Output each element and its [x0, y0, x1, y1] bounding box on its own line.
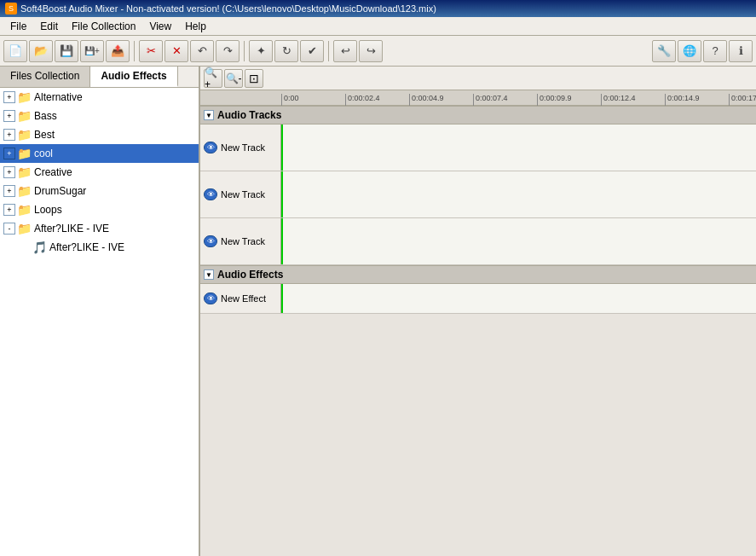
menu-file[interactable]: File: [3, 19, 33, 34]
tree-label: Bass: [34, 110, 57, 122]
tab-files-collection[interactable]: Files Collection: [0, 67, 90, 87]
zoom-out-button[interactable]: 🔍-: [224, 69, 243, 88]
ruler-mark-2: 0:00:04.9: [409, 94, 444, 106]
sep1: [134, 41, 135, 61]
empty-space: [200, 314, 756, 484]
collapse-audio-tracks[interactable]: ▼: [204, 110, 214, 120]
playhead-line-effect-1: [281, 284, 283, 313]
app-icon: S: [5, 3, 17, 14]
track-name-3: New Track: [221, 236, 265, 246]
tree-label: cool: [34, 148, 53, 159]
track-row-3: 👁 New Track: [200, 218, 756, 265]
track-timeline-3[interactable]: [281, 218, 756, 264]
folder-icon: 📁: [17, 147, 32, 160]
track-eye-icon-2[interactable]: 👁: [204, 188, 217, 200]
effect-timeline-1[interactable]: [281, 284, 756, 313]
zoom-in-button[interactable]: 🔍+: [204, 69, 222, 88]
track-label-3: 👁 New Track: [200, 218, 281, 264]
tree-label: Alternative: [34, 91, 83, 103]
ruler-mark-6: 0:00:14.9: [665, 94, 700, 106]
track-label-1: 👁 New Track: [200, 125, 281, 171]
effect3-button[interactable]: ✔: [300, 40, 324, 62]
effect-label-1: 👁 New Effect: [200, 284, 281, 313]
track-eye-icon-3[interactable]: 👁: [204, 235, 217, 247]
effect2-button[interactable]: ↻: [274, 40, 298, 62]
track-timeline-1[interactable]: [281, 125, 756, 171]
expand-cool[interactable]: +: [3, 148, 15, 159]
settings-button[interactable]: 🔧: [652, 40, 676, 62]
ruler-marks: 0:00 0:00:02.4 0:00:04.9 0:00:07.4 0:00:…: [281, 90, 756, 106]
collapse-audio-effects[interactable]: ▼: [204, 269, 214, 280]
playhead-line-1: [281, 125, 283, 171]
ruler-mark-4: 0:00:09.9: [537, 94, 572, 106]
export-button[interactable]: 📤: [106, 40, 130, 62]
track-timeline-2[interactable]: [281, 171, 756, 217]
menu-edit[interactable]: Edit: [33, 19, 65, 34]
effect1-button[interactable]: ✦: [249, 40, 273, 62]
expand-alternative[interactable]: +: [3, 91, 15, 103]
new-button[interactable]: 📄: [3, 40, 27, 62]
tree-label: DrumSugar: [34, 185, 86, 197]
title-bar: S Soft4Boost Audio Mixer - Non-activated…: [0, 0, 756, 17]
audio-effects-title: Audio Effects: [217, 269, 283, 281]
menu-help[interactable]: Help: [178, 19, 213, 34]
delete-button[interactable]: ✕: [164, 40, 188, 62]
tree-item-loops[interactable]: + 📁 Loops: [0, 200, 199, 219]
open-button[interactable]: 📂: [29, 40, 53, 62]
folder-icon: 📁: [17, 203, 32, 217]
zoom-fit-button[interactable]: ⊡: [245, 69, 263, 88]
menu-file-collection[interactable]: File Collection: [65, 19, 142, 34]
timeline-area[interactable]: 0:00 0:00:02.4 0:00:04.9 0:00:07.4 0:00:…: [200, 90, 756, 556]
ruler-mark-3: 0:00:07.4: [473, 94, 508, 106]
ruler-mark-7: 0:00:17.4: [729, 94, 756, 106]
track-name-1: New Track: [221, 142, 265, 153]
undo-wave-button[interactable]: ↶: [190, 40, 214, 62]
tree-label: Best: [34, 129, 55, 141]
tree-label: Loops: [34, 204, 62, 216]
tree-item-bass[interactable]: + 📁 Bass: [0, 107, 199, 125]
track-name-2: New Track: [221, 189, 265, 200]
menu-bar: File Edit File Collection View Help: [0, 17, 756, 36]
folder-icon: 📁: [17, 184, 32, 198]
cut-tool-button[interactable]: ✂: [139, 40, 163, 62]
tree-label: After?LIKE - IVE: [49, 241, 124, 253]
effect-eye-icon-1[interactable]: 👁: [204, 292, 217, 304]
tree-item-drumsugar[interactable]: + 📁 DrumSugar: [0, 182, 199, 200]
folder-icon: 📁: [17, 90, 32, 104]
track-row-2: 👁 New Track: [200, 171, 756, 218]
tree-label: Creative: [34, 166, 72, 178]
playhead-line-3: [281, 218, 283, 264]
tree-item-alternative[interactable]: + 📁 Alternative: [0, 88, 199, 107]
main-area: Files Collection Audio Effects + 📁 Alter…: [0, 67, 756, 556]
redo-wave-button[interactable]: ↷: [216, 40, 239, 62]
help-button[interactable]: ?: [703, 40, 727, 62]
expand-drumsugar[interactable]: +: [3, 185, 15, 197]
expand-creative[interactable]: +: [3, 166, 15, 178]
tree-item-afterlike-child[interactable]: 🎵 After?LIKE - IVE: [0, 238, 199, 257]
info-button[interactable]: ℹ: [729, 40, 753, 62]
expand-afterlike[interactable]: -: [3, 223, 15, 235]
panel-tabs: Files Collection Audio Effects: [0, 67, 199, 88]
effect-name-1: New Effect: [221, 293, 266, 304]
tree-item-afterlike-parent[interactable]: - 📁 After?LIKE - IVE: [0, 219, 199, 238]
toolbar: 📄 📂 💾 💾+ 📤 ✂ ✕ ↶ ↷ ✦ ↻ ✔ ↩ ↪ 🔧 🌐 ? ℹ: [0, 36, 756, 67]
expand-bass[interactable]: +: [3, 110, 15, 122]
save-as-button[interactable]: 💾+: [80, 40, 104, 62]
tree-item-best[interactable]: + 📁 Best: [0, 125, 199, 144]
sep3: [328, 41, 329, 61]
web-button[interactable]: 🌐: [678, 40, 701, 62]
track-eye-icon-1[interactable]: 👁: [204, 142, 217, 153]
tree-item-cool[interactable]: + 📁 cool: [0, 144, 199, 163]
tab-audio-effects[interactable]: Audio Effects: [90, 67, 177, 87]
tree-item-creative[interactable]: + 📁 Creative: [0, 163, 199, 182]
title-text: Soft4Boost Audio Mixer - Non-activated v…: [20, 3, 436, 14]
expand-best[interactable]: +: [3, 129, 15, 141]
save-button[interactable]: 💾: [55, 40, 78, 62]
redo-button[interactable]: ↪: [359, 40, 383, 62]
undo-button[interactable]: ↩: [333, 40, 357, 62]
track-row-1: 👁 New Track: [200, 125, 756, 171]
ruler-mark-0: 0:00: [281, 94, 299, 106]
expand-loops[interactable]: +: [3, 204, 15, 216]
tree-label: After?LIKE - IVE: [34, 223, 109, 235]
menu-view[interactable]: View: [142, 19, 178, 34]
